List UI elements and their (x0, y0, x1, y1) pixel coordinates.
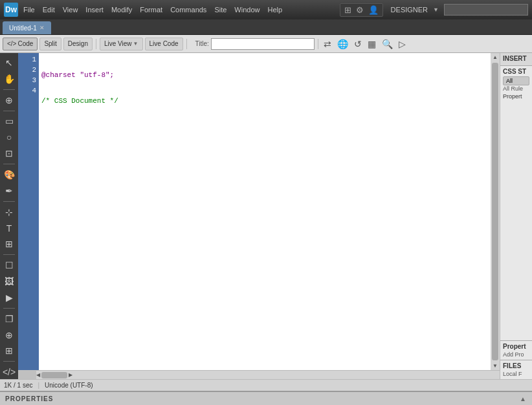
zoom-icon[interactable]: 🔍 (380, 38, 395, 50)
grid-icon[interactable]: ▦ (366, 38, 378, 50)
document-tab[interactable]: Untitled-1 ✕ (3, 21, 51, 34)
scroll-thumb[interactable] (492, 63, 498, 360)
image-icon[interactable]: 🖼 (2, 274, 16, 289)
insert-div-icon[interactable]: ⊡ (2, 146, 16, 160)
left-tool-sep-7 (3, 361, 15, 362)
table-icon[interactable]: ⊞ (2, 237, 16, 251)
split-view-button[interactable]: Split (39, 38, 61, 50)
files-panel: FILES Local F (500, 360, 532, 379)
draw-rect-icon[interactable]: ▭ (2, 115, 16, 129)
files-panel-header: FILES (503, 362, 529, 369)
vertical-scrollbar[interactable]: ▲ ▼ (491, 53, 500, 370)
design-view-button[interactable]: Design (63, 38, 93, 50)
code-view-button[interactable]: </> Code (3, 38, 38, 50)
properties-collapse-icon[interactable]: ▲ (520, 395, 527, 402)
color-picker-icon[interactable]: 🎨 (2, 168, 16, 182)
eyedropper-icon[interactable]: ✒ (2, 184, 16, 198)
browser-preview-icon[interactable]: 🌐 (335, 38, 350, 50)
code-row: 1 2 3 4 @charset "utf-8"; /* CSS Documen… (18, 53, 500, 370)
all-button[interactable]: All (503, 76, 529, 85)
crop-icon[interactable]: ⊹ (2, 205, 16, 219)
insert-panel-header: INSERT (503, 55, 529, 62)
sync-icon[interactable]: ⇄ (322, 38, 333, 50)
hand-tool-icon[interactable]: ✋ (2, 72, 16, 86)
refresh-icon[interactable]: ↺ (352, 38, 364, 50)
props-panel-header: Propert (503, 343, 529, 350)
all-rules-label: All Rule (503, 85, 529, 92)
title-input[interactable] (211, 38, 315, 50)
zoom-tool-icon[interactable]: ⊕ (2, 93, 16, 107)
layout-grid-icon[interactable]: ⊞ (343, 5, 353, 16)
right-panel: INSERT CSS ST All All Rule Propert Prope… (500, 53, 532, 379)
app-window: Dw File Edit View Insert Modify Format C… (0, 0, 532, 405)
titlebar: Dw File Edit View Insert Modify Format C… (0, 0, 532, 19)
local-files-label: Local F (503, 371, 529, 377)
menu-view[interactable]: View (63, 6, 78, 14)
dw-logo: Dw (4, 3, 18, 17)
left-tool-sep-5 (3, 254, 15, 255)
menu-commands[interactable]: Commands (170, 6, 206, 14)
liveview-arrow: ▼ (133, 41, 139, 47)
left-tool-sep-1 (3, 89, 15, 90)
comment-text: /* CSS Document */ (41, 97, 118, 105)
form-icon[interactable]: ☐ (2, 258, 16, 272)
server-include-icon[interactable]: ⊕ (2, 328, 16, 342)
toolbar-separator-2 (186, 39, 187, 49)
code-line-4 (41, 148, 488, 158)
menu-edit[interactable]: Edit (43, 6, 55, 14)
tab-close-icon[interactable]: ✕ (39, 25, 45, 31)
draw-oval-icon[interactable]: ○ (2, 130, 16, 144)
line-number-1: 1 (18, 54, 36, 65)
statusbar: 1K / 1 sec | Unicode (UTF-8) (0, 379, 532, 391)
livecode-button[interactable]: Live Code (145, 38, 183, 50)
search-input[interactable] (444, 4, 528, 16)
liveview-button[interactable]: Live View ▼ (100, 38, 143, 50)
code-editor[interactable]: 1 2 3 4 @charset "utf-8"; /* CSS Documen… (18, 53, 491, 370)
widget-icon[interactable]: ❐ (2, 312, 16, 326)
line-number-3: 3 (18, 75, 36, 85)
menu-format[interactable]: Format (140, 6, 162, 14)
add-property-label[interactable]: Add Pro (503, 351, 529, 358)
menu-file[interactable]: File (23, 6, 35, 14)
css-rule-item: Propert (503, 93, 529, 100)
left-tool-sep-6 (3, 308, 15, 309)
menu-site[interactable]: Site (214, 6, 227, 14)
middle-row: ↖ ✋ ⊕ ▭ ○ ⊡ 🎨 ✒ ⊹ T ⊞ ☐ 🖼 ▶ ❐ ⊕ ⊞ </> (0, 53, 532, 379)
line-number-2: 2 (18, 65, 36, 75)
code-editor-area: 1 2 3 4 @charset "utf-8"; /* CSS Documen… (18, 53, 500, 379)
scroll-right-arrow[interactable]: ▶ (69, 371, 72, 379)
file-size-status: 1K / 1 sec (4, 382, 32, 389)
menubar: File Edit View Insert Modify Format Comm… (23, 6, 340, 14)
user-icon[interactable]: 👤 (367, 5, 380, 16)
settings-icon[interactable]: ⚙ (355, 5, 365, 16)
mode-dropdown-arrow[interactable]: ▼ (433, 6, 439, 13)
toolbar-separator-1 (96, 39, 96, 49)
hscroll-thumb[interactable] (41, 372, 67, 378)
properties-bar-label: PROPERTIES (5, 395, 53, 402)
text-tool-icon[interactable]: T (2, 221, 16, 235)
left-toolbar: ↖ ✋ ⊕ ▭ ○ ⊡ 🎨 ✒ ⊹ T ⊞ ☐ 🖼 ▶ ❐ ⊕ ⊞ </> (0, 53, 18, 379)
title-label: Title: (195, 40, 209, 47)
template-icon[interactable]: ⊞ (2, 344, 16, 358)
code-line-2: /* CSS Document */ (41, 96, 488, 106)
css-panel-header: CSS ST (503, 68, 529, 75)
code-content[interactable]: @charset "utf-8"; /* CSS Document */ (39, 53, 491, 370)
menu-modify[interactable]: Modify (111, 6, 132, 14)
left-tool-sep-4 (3, 201, 15, 202)
tag-icon[interactable]: </> (2, 365, 16, 379)
scroll-up-arrow[interactable]: ▲ (493, 53, 498, 61)
scroll-left-arrow[interactable]: ◀ (36, 371, 40, 379)
horizontal-scrollbar[interactable]: ◀ ▶ (36, 370, 500, 379)
menu-help[interactable]: Help (267, 6, 282, 14)
css-styles-panel: CSS ST All All Rule Propert (500, 66, 532, 340)
status-separator: | (38, 382, 39, 389)
menu-insert[interactable]: Insert (85, 6, 104, 14)
encoding-status: Unicode (UTF-8) (45, 382, 93, 389)
scroll-down-arrow[interactable]: ▼ (493, 362, 498, 370)
tabbar: Untitled-1 ✕ (0, 19, 532, 35)
properties-bar: PROPERTIES ▲ (0, 391, 532, 405)
select-tool-icon[interactable]: ↖ (2, 56, 16, 70)
visual-aids-icon[interactable]: ▷ (397, 38, 408, 50)
media-icon[interactable]: ▶ (2, 290, 16, 305)
menu-window[interactable]: Window (234, 6, 260, 14)
